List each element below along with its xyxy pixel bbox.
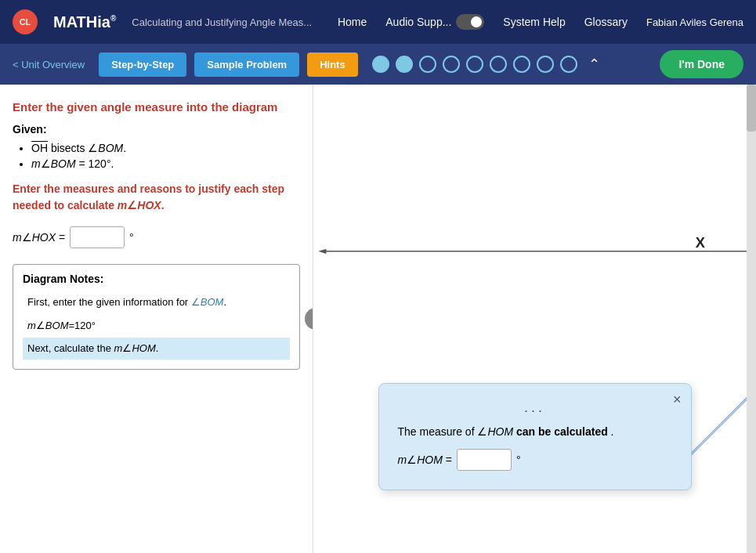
user-info: Fabian Aviles Gerena: [646, 16, 743, 28]
given-item-1: OH bisects ∠BOM.: [31, 142, 300, 154]
toolbar: < Unit Overview Step-by-Step Sample Prob…: [0, 44, 756, 85]
angle-hox-input[interactable]: [70, 226, 125, 248]
label-x: X: [696, 234, 705, 251]
enter-measures-text: Enter the measures and reasons to justif…: [13, 181, 300, 214]
app-title: MATHia®: [53, 13, 116, 31]
im-done-button[interactable]: I'm Done: [660, 50, 743, 78]
popup-hom-input[interactable]: [457, 449, 512, 471]
given-item-2: m∠BOM = 120°.: [31, 157, 300, 170]
logo-badge: CL: [13, 9, 38, 34]
header-nav: Home Audio Supp... System Help Glossary …: [338, 14, 743, 30]
popup-box: ... × The measure of ∠HOM can be calcula…: [378, 383, 692, 490]
note-item-1: First, enter the given information for ∠…: [23, 291, 290, 313]
main-area: Enter the given angle measure into the d…: [0, 85, 756, 553]
progress-circle-2: [396, 56, 413, 73]
given-label: Given:: [13, 123, 300, 136]
nav-home[interactable]: Home: [338, 16, 367, 28]
progress-circle-7: [513, 56, 530, 73]
progress-circle-8: [537, 56, 554, 73]
popup-message: The measure of ∠HOM can be calculated .: [398, 425, 672, 438]
instruction-text: Enter the given angle measure into the d…: [13, 100, 277, 114]
progress-circle-1: [372, 56, 389, 73]
problem-instruction: Enter the given angle measure into the d…: [13, 100, 300, 114]
popup-close-button[interactable]: ×: [673, 392, 682, 408]
trademark: ®: [110, 14, 116, 23]
angle-hox-unit: °: [129, 231, 134, 244]
progress-circle-6: [490, 56, 507, 73]
note-angle-bom: ∠BOM: [191, 296, 224, 308]
angle-hox-label: m∠HOX =: [13, 231, 65, 244]
left-panel: Enter the given angle measure into the d…: [0, 85, 313, 553]
chevron-up-button[interactable]: ⌃: [588, 56, 600, 73]
step-by-step-button[interactable]: Step-by-Step: [99, 52, 186, 77]
progress-circle-5: [466, 56, 483, 73]
course-title: Calculating and Justifying Angle Meas...: [132, 16, 322, 28]
user-name: Fabian Aviles Gerena: [646, 16, 743, 28]
progress-circle-9: [560, 56, 577, 73]
diagram-area: 120° X O M H ... × The measure of ∠HOM c…: [313, 85, 756, 553]
note-item-2: m∠BOM=120°: [23, 315, 290, 337]
diagram-notes-title: Diagram Notes:: [23, 273, 290, 285]
nav-system-help[interactable]: System Help: [503, 16, 565, 28]
popup-dots: ...: [398, 399, 672, 416]
diagram-notes-box: Diagram Notes: First, enter the given in…: [13, 264, 300, 370]
scrollbar-thumb[interactable]: [747, 85, 756, 132]
audio-toggle[interactable]: [456, 14, 484, 30]
progress-circle-3: [419, 56, 436, 73]
popup-input-label: m∠HOM =: [398, 454, 452, 466]
panel-resize-handle[interactable]: ⊖: [305, 308, 313, 330]
audio-support-wrap: Audio Supp...: [385, 14, 484, 30]
unit-overview-link[interactable]: < Unit Overview: [13, 59, 85, 70]
nav-glossary[interactable]: Glossary: [584, 16, 628, 28]
popup-unit: °: [516, 454, 521, 466]
app-name: MATHia: [53, 13, 110, 31]
sample-problem-button[interactable]: Sample Problem: [194, 52, 299, 77]
progress-circles: [372, 56, 577, 73]
overline-OH: OH: [31, 142, 48, 154]
given-list: OH bisects ∠BOM. m∠BOM = 120°.: [13, 142, 300, 170]
angle-hox-row: m∠HOX = °: [13, 226, 300, 248]
header: CL MATHia® Calculating and Justifying An…: [0, 0, 756, 44]
progress-circle-4: [443, 56, 460, 73]
note-item-3: Next, calculate the m∠HOM.: [23, 338, 290, 360]
scrollbar[interactable]: [747, 85, 756, 553]
arrow-x: [318, 249, 326, 254]
nav-audio[interactable]: Audio Supp...: [385, 16, 451, 28]
hints-button[interactable]: Hints: [307, 52, 358, 77]
right-panel: 120° X O M H ... × The measure of ∠HOM c…: [313, 85, 756, 553]
logo-text: CL: [20, 17, 31, 27]
popup-input-row: m∠HOM = °: [398, 449, 672, 471]
